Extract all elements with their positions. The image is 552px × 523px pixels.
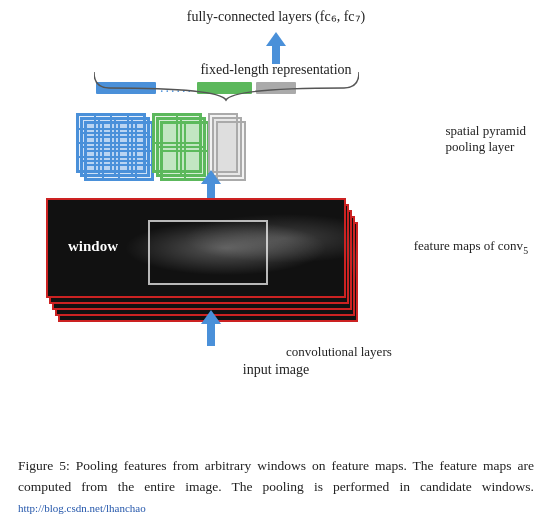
spp-layer-front — [76, 113, 238, 173]
window-label: window — [68, 238, 118, 255]
label-conv: convolutional layers — [286, 344, 392, 360]
grid-blue-front — [76, 113, 146, 173]
window-box — [148, 220, 268, 285]
map-layer-0: window — [46, 198, 346, 298]
feature-maps: window — [46, 198, 366, 328]
grid-green-front — [152, 113, 202, 173]
label-fc: fully-connected layers (fc₆, fc₇) — [187, 8, 365, 25]
label-feature-maps: feature maps of conv5 — [414, 238, 528, 256]
label-input: input image — [243, 362, 310, 378]
label-spp: spatial pyramid pooling layer — [445, 123, 526, 155]
brace-svg — [94, 70, 359, 106]
brace — [94, 70, 359, 106]
diagram-area: fully-connected layers (fc₆, fc₇) fixed-… — [0, 0, 552, 390]
diagram-inner: fully-connected layers (fc₆, fc₇) fixed-… — [16, 8, 536, 383]
label-spp-line1: spatial pyramid — [445, 123, 526, 139]
label-spp-line2: pooling layer — [445, 139, 526, 155]
grid-gray-front — [208, 113, 238, 173]
watermark: http://blog.csdn.net/lhanchao — [18, 502, 146, 514]
caption: Figure 5: Pooling features from arbitrar… — [0, 452, 552, 523]
caption-text: Figure 5: Pooling features from arbitrar… — [18, 458, 534, 494]
